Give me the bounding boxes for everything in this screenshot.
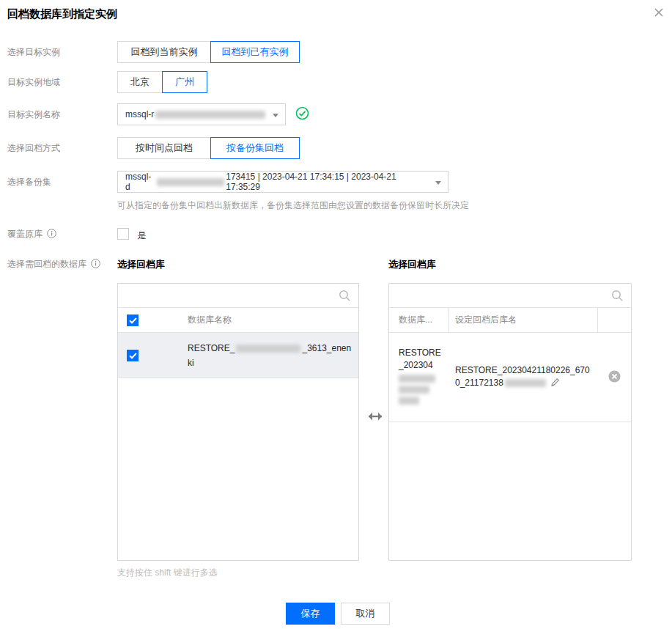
target-search-input[interactable]: [389, 284, 631, 307]
edit-pencil-icon[interactable]: [550, 379, 560, 389]
target-source-name-text: RESTORE_202304: [399, 347, 441, 370]
backup-set-value: 173415 | 2023-04-21 17:34:15 | 2023-04-2…: [226, 172, 430, 192]
close-icon[interactable]: [653, 7, 665, 18]
restore-db-dialog: 回档数据库到指定实例 选择目标实例 回档到当前实例 回档到已有实例 目标实例地域…: [0, 0, 672, 629]
target-renamed-db: RESTORE_20230421180226_670 0_21172138: [449, 364, 598, 391]
database-pick-label-text: 选择需回档的数据库: [7, 259, 86, 269]
target-source-name: RESTORE_202304: [389, 347, 449, 408]
option-restore-by-backup-set[interactable]: 按备份集回档: [210, 137, 300, 159]
instance-name-value: mssql-r: [125, 109, 154, 119]
source-database-panel: 数据库名称 RESTORE__3613_enenki: [117, 283, 359, 561]
remove-icon[interactable]: [608, 370, 621, 385]
chevron-down-icon: [435, 181, 441, 185]
info-icon: [91, 260, 100, 271]
option-restore-to-current-instance[interactable]: 回档到当前实例: [117, 41, 211, 63]
target-search-bar: [389, 284, 631, 308]
option-region-beijing[interactable]: 北京: [117, 71, 163, 93]
restore-mode-label: 选择回档方式: [7, 137, 116, 159]
redacted-text: [399, 375, 435, 383]
redacted-text: [399, 397, 419, 405]
redacted-text: [399, 386, 429, 394]
redacted-text: [157, 178, 224, 186]
target-name-line1: RESTORE_20230421180226_670: [455, 365, 590, 375]
database-pick-label: 选择需回档的数据库: [7, 258, 116, 271]
target-database-row: RESTORE_202304 RESTORE_20230421180226_67…: [389, 333, 631, 422]
backup-set-label: 选择备份集: [7, 171, 116, 193]
chevron-down-icon: [273, 114, 278, 117]
backup-set-select[interactable]: mssql-d173415 | 2023-04-21 17:34:15 | 20…: [117, 171, 448, 193]
target-column-header-rename: 设定回档后库名: [449, 308, 598, 332]
redacted-text: [505, 379, 546, 387]
search-icon[interactable]: [611, 290, 624, 304]
success-check-icon: [295, 106, 309, 122]
redacted-text: [155, 111, 265, 119]
search-icon[interactable]: [339, 290, 351, 304]
save-button[interactable]: 保存: [286, 603, 335, 625]
source-table-header: 数据库名称: [118, 308, 358, 333]
transfer-arrow-icon: [368, 411, 383, 424]
source-panel-title: 选择回档库: [117, 258, 165, 271]
select-all-checkbox[interactable]: [127, 314, 139, 326]
dialog-title: 回档数据库到指定实例: [7, 7, 117, 21]
source-column-header: 数据库名称: [188, 314, 232, 326]
target-instance-label: 选择目标实例: [7, 41, 116, 63]
target-database-panel: 数据库... 设定回档后库名 RESTORE_202304 RESTORE_20…: [388, 283, 632, 561]
target-column-header-db: 数据库...: [389, 308, 449, 332]
overwrite-label: 覆盖原库: [7, 227, 116, 242]
backup-set-value-prefix: mssql-d: [125, 172, 155, 192]
instance-name-select[interactable]: mssql-r: [117, 103, 286, 125]
instance-name-label: 目标实例名称: [7, 103, 116, 125]
target-table-header: 数据库... 设定回档后库名: [389, 308, 631, 333]
source-search-bar: [118, 284, 358, 308]
source-database-name: RESTORE__3613_enenki: [188, 341, 355, 370]
option-restore-by-time[interactable]: 按时间点回档: [117, 137, 211, 159]
option-region-guangzhou[interactable]: 广州: [162, 71, 207, 93]
target-panel-title: 选择回档库: [388, 258, 436, 271]
redacted-text: [236, 345, 300, 353]
source-database-row[interactable]: RESTORE__3613_enenki: [118, 333, 358, 378]
row-checkbox[interactable]: [127, 350, 139, 361]
info-icon: [47, 230, 56, 240]
db-name-prefix: RESTORE_: [188, 343, 235, 353]
cancel-button[interactable]: 取消: [341, 603, 390, 625]
multi-select-hint: 支持按住 shift 键进行多选: [117, 567, 218, 579]
source-search-input[interactable]: [118, 284, 358, 307]
backup-set-hint: 可从指定的备份集中回档出新数据库，备份集选择范围由您设置的数据备份保留时长所决定: [117, 199, 665, 212]
overwrite-label-text: 覆盖原库: [7, 229, 43, 239]
option-restore-to-existing-instance[interactable]: 回档到已有实例: [210, 41, 300, 63]
region-label: 目标实例地域: [7, 71, 116, 93]
overwrite-checkbox-label: 是: [137, 229, 146, 241]
overwrite-checkbox[interactable]: [117, 228, 129, 240]
target-name-line2: 0_21172138: [455, 378, 503, 388]
